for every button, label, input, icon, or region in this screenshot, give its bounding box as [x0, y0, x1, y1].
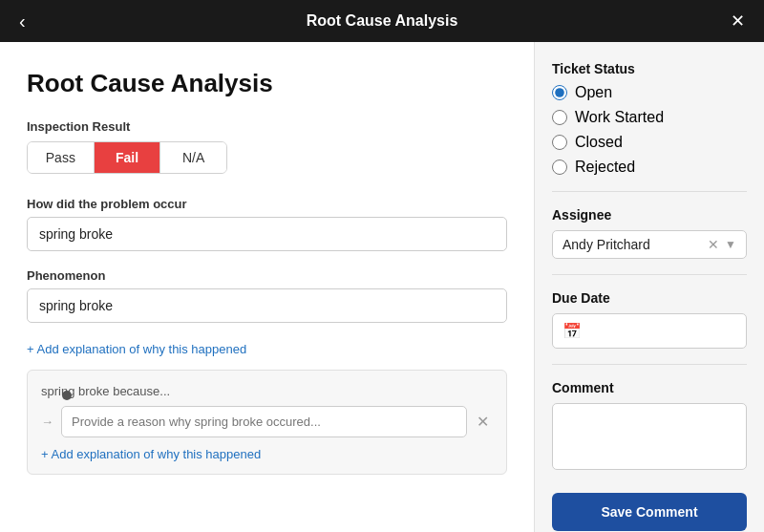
- status-open-radio[interactable]: [552, 85, 567, 100]
- ticket-status-title: Ticket Status: [552, 61, 747, 76]
- status-closed-item[interactable]: Closed: [552, 134, 747, 151]
- add-explanation-link[interactable]: + Add explanation of why this happened: [27, 342, 246, 356]
- inspection-result-label: Inspection Result: [27, 119, 507, 134]
- inspection-buttons: Pass Fail N/A: [27, 141, 227, 174]
- because-label: spring broke because...: [41, 384, 493, 398]
- fail-button[interactable]: Fail: [94, 142, 160, 173]
- comment-section: Comment: [552, 380, 747, 474]
- because-input-row: → ✕: [41, 406, 493, 437]
- assignee-title: Assignee: [552, 207, 747, 223]
- assignee-clear-button[interactable]: ✕: [708, 237, 719, 252]
- status-work-started-label: Work Started: [575, 109, 664, 126]
- save-comment-button[interactable]: Save Comment: [552, 493, 747, 531]
- pass-button[interactable]: Pass: [28, 142, 94, 173]
- right-panel: Ticket Status Open Work Started Closed R…: [535, 42, 764, 532]
- divider-3: [552, 364, 747, 365]
- comment-title: Comment: [552, 380, 747, 395]
- assignee-dropdown-button[interactable]: ▼: [725, 238, 736, 251]
- problem-occur-label: How did the problem occur: [27, 197, 507, 211]
- because-input[interactable]: [61, 406, 467, 437]
- ticket-status-section: Ticket Status Open Work Started Closed R…: [552, 61, 747, 176]
- back-button[interactable]: ‹: [11, 7, 33, 36]
- calendar-icon: 📅: [562, 322, 582, 340]
- assignee-name: Andy Pritchard: [562, 237, 702, 252]
- because-add-link[interactable]: + Add explanation of why this happened: [41, 447, 261, 461]
- status-rejected-radio[interactable]: [552, 160, 567, 175]
- due-date-field[interactable]: 📅: [552, 313, 747, 349]
- phenomenon-label: Phenomenon: [27, 268, 507, 283]
- main-content: Root Cause Analysis Inspection Result Pa…: [0, 42, 764, 532]
- status-open-item[interactable]: Open: [552, 84, 747, 101]
- page-heading: Root Cause Analysis: [27, 69, 507, 98]
- assignee-section: Assignee Andy Pritchard ✕ ▼: [552, 207, 747, 259]
- divider-2: [552, 274, 747, 275]
- assignee-field[interactable]: Andy Pritchard ✕ ▼: [552, 230, 747, 259]
- problem-occur-group: How did the problem occur: [27, 197, 507, 251]
- dot-connector: [62, 391, 72, 400]
- arrow-indicator: →: [41, 415, 53, 429]
- title-bar: ‹ Root Cause Analysis ✕: [0, 0, 764, 42]
- dialog-title: Root Cause Analysis: [307, 12, 458, 30]
- close-button[interactable]: ✕: [723, 7, 753, 35]
- because-block: spring broke because... → ✕ + Add explan…: [27, 370, 507, 475]
- inspection-result-group: Inspection Result Pass Fail N/A: [27, 119, 507, 174]
- na-button[interactable]: N/A: [159, 142, 226, 173]
- phenomenon-input[interactable]: [27, 288, 507, 323]
- status-work-started-item[interactable]: Work Started: [552, 109, 747, 126]
- status-rejected-item[interactable]: Rejected: [552, 159, 747, 176]
- because-clear-button[interactable]: ✕: [473, 411, 493, 433]
- divider-1: [552, 191, 747, 192]
- status-closed-radio[interactable]: [552, 135, 567, 150]
- ticket-status-radio-group: Open Work Started Closed Rejected: [552, 84, 747, 176]
- status-open-label: Open: [575, 84, 612, 101]
- left-panel: Root Cause Analysis Inspection Result Pa…: [0, 42, 535, 532]
- due-date-section: Due Date 📅: [552, 290, 747, 349]
- status-rejected-label: Rejected: [575, 159, 635, 176]
- due-date-title: Due Date: [552, 290, 747, 306]
- problem-occur-input[interactable]: [27, 217, 507, 251]
- phenomenon-group: Phenomenon: [27, 268, 507, 323]
- status-closed-label: Closed: [575, 134, 623, 151]
- comment-textarea[interactable]: [552, 403, 747, 470]
- status-work-started-radio[interactable]: [552, 110, 567, 125]
